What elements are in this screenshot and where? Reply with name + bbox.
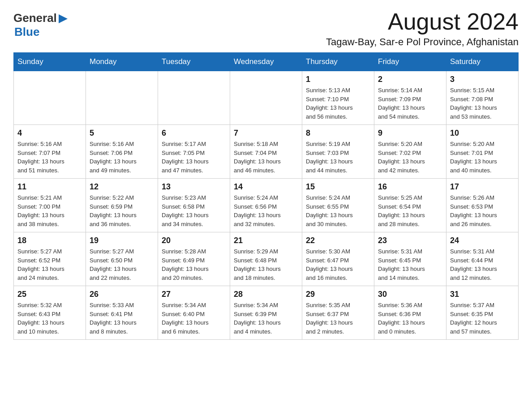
- week-row-4: 18Sunrise: 5:27 AM Sunset: 6:52 PM Dayli…: [14, 232, 519, 286]
- calendar-cell: 20Sunrise: 5:28 AM Sunset: 6:49 PM Dayli…: [158, 232, 230, 286]
- calendar-header-tuesday: Tuesday: [158, 53, 230, 71]
- day-info: Sunrise: 5:17 AM Sunset: 7:05 PM Dayligh…: [162, 140, 226, 175]
- day-number: 30: [378, 290, 442, 299]
- calendar-cell: 12Sunrise: 5:22 AM Sunset: 6:59 PM Dayli…: [86, 179, 158, 232]
- day-info: Sunrise: 5:20 AM Sunset: 7:02 PM Dayligh…: [378, 140, 442, 175]
- calendar-header-row: SundayMondayTuesdayWednesdayThursdayFrid…: [14, 53, 519, 71]
- calendar-cell: 9Sunrise: 5:20 AM Sunset: 7:02 PM Daylig…: [374, 125, 446, 179]
- day-number: 8: [306, 128, 370, 138]
- day-number: 27: [162, 290, 226, 299]
- calendar-cell: 29Sunrise: 5:35 AM Sunset: 6:37 PM Dayli…: [302, 286, 374, 340]
- day-number: 1: [306, 75, 370, 84]
- day-number: 24: [450, 236, 515, 245]
- day-number: 14: [234, 182, 298, 192]
- calendar-cell: 23Sunrise: 5:31 AM Sunset: 6:45 PM Dayli…: [374, 232, 446, 286]
- day-number: 22: [306, 236, 370, 245]
- week-row-3: 11Sunrise: 5:21 AM Sunset: 7:00 PM Dayli…: [14, 179, 519, 232]
- day-number: 12: [90, 182, 154, 192]
- svg-marker-0: [59, 14, 68, 23]
- calendar-cell: 24Sunrise: 5:31 AM Sunset: 6:44 PM Dayli…: [446, 232, 519, 286]
- calendar-cell: 28Sunrise: 5:34 AM Sunset: 6:39 PM Dayli…: [230, 286, 302, 340]
- calendar-cell: 11Sunrise: 5:21 AM Sunset: 7:00 PM Dayli…: [14, 179, 86, 232]
- day-info: Sunrise: 5:13 AM Sunset: 7:10 PM Dayligh…: [306, 86, 370, 121]
- day-number: 2: [378, 75, 442, 84]
- calendar-cell: 27Sunrise: 5:34 AM Sunset: 6:40 PM Dayli…: [158, 286, 230, 340]
- calendar-cell: 22Sunrise: 5:30 AM Sunset: 6:47 PM Dayli…: [302, 232, 374, 286]
- week-row-2: 4Sunrise: 5:16 AM Sunset: 7:07 PM Daylig…: [14, 125, 519, 179]
- day-info: Sunrise: 5:16 AM Sunset: 7:07 PM Dayligh…: [17, 140, 82, 175]
- calendar-cell: 13Sunrise: 5:23 AM Sunset: 6:58 PM Dayli…: [158, 179, 230, 232]
- day-number: 17: [450, 182, 515, 192]
- day-info: Sunrise: 5:30 AM Sunset: 6:47 PM Dayligh…: [306, 247, 370, 282]
- day-info: Sunrise: 5:31 AM Sunset: 6:44 PM Dayligh…: [450, 247, 515, 282]
- location-title: Tagaw-Bay, Sar-e Pol Province, Afghanist…: [326, 36, 519, 48]
- calendar-cell: 31Sunrise: 5:37 AM Sunset: 6:35 PM Dayli…: [446, 286, 519, 340]
- day-info: Sunrise: 5:36 AM Sunset: 6:36 PM Dayligh…: [378, 301, 442, 336]
- day-info: Sunrise: 5:20 AM Sunset: 7:01 PM Dayligh…: [450, 140, 515, 175]
- calendar-cell: 25Sunrise: 5:32 AM Sunset: 6:43 PM Dayli…: [14, 286, 86, 340]
- day-number: 23: [378, 236, 442, 245]
- calendar-cell: 14Sunrise: 5:24 AM Sunset: 6:56 PM Dayli…: [230, 179, 302, 232]
- calendar-cell: 26Sunrise: 5:33 AM Sunset: 6:41 PM Dayli…: [86, 286, 158, 340]
- day-number: 10: [450, 128, 515, 138]
- day-number: 29: [306, 290, 370, 299]
- month-title: August 2024: [326, 9, 519, 34]
- day-number: 26: [90, 290, 154, 299]
- calendar-header-sunday: Sunday: [14, 53, 86, 71]
- day-info: Sunrise: 5:24 AM Sunset: 6:56 PM Dayligh…: [234, 193, 298, 228]
- calendar-cell: [14, 71, 86, 125]
- day-info: Sunrise: 5:19 AM Sunset: 7:03 PM Dayligh…: [306, 140, 370, 175]
- day-info: Sunrise: 5:22 AM Sunset: 6:59 PM Dayligh…: [90, 193, 154, 228]
- day-info: Sunrise: 5:27 AM Sunset: 6:52 PM Dayligh…: [17, 247, 82, 282]
- day-info: Sunrise: 5:35 AM Sunset: 6:37 PM Dayligh…: [306, 301, 370, 336]
- calendar-cell: 10Sunrise: 5:20 AM Sunset: 7:01 PM Dayli…: [446, 125, 519, 179]
- day-number: 15: [306, 182, 370, 192]
- day-number: 19: [90, 236, 154, 245]
- day-info: Sunrise: 5:28 AM Sunset: 6:49 PM Dayligh…: [162, 247, 226, 282]
- calendar-cell: 19Sunrise: 5:27 AM Sunset: 6:50 PM Dayli…: [86, 232, 158, 286]
- day-number: 31: [450, 290, 515, 299]
- day-number: 9: [378, 128, 442, 138]
- day-number: 20: [162, 236, 226, 245]
- calendar-header-thursday: Thursday: [302, 53, 374, 71]
- calendar-cell: 15Sunrise: 5:24 AM Sunset: 6:55 PM Dayli…: [302, 179, 374, 232]
- day-number: 5: [90, 128, 154, 138]
- calendar-cell: 8Sunrise: 5:19 AM Sunset: 7:03 PM Daylig…: [302, 125, 374, 179]
- day-number: 18: [17, 236, 82, 245]
- calendar-cell: 4Sunrise: 5:16 AM Sunset: 7:07 PM Daylig…: [14, 125, 86, 179]
- logo-general-text: General: [13, 11, 57, 25]
- logo: General Blue: [13, 9, 68, 39]
- calendar-cell: 2Sunrise: 5:14 AM Sunset: 7:09 PM Daylig…: [374, 71, 446, 125]
- logo-blue-text: Blue: [14, 25, 39, 39]
- calendar-cell: 3Sunrise: 5:15 AM Sunset: 7:08 PM Daylig…: [446, 71, 519, 125]
- day-info: Sunrise: 5:31 AM Sunset: 6:45 PM Dayligh…: [378, 247, 442, 282]
- day-number: 21: [234, 236, 298, 245]
- title-section: August 2024 Tagaw-Bay, Sar-e Pol Provinc…: [326, 9, 519, 48]
- day-info: Sunrise: 5:29 AM Sunset: 6:48 PM Dayligh…: [234, 247, 298, 282]
- day-info: Sunrise: 5:26 AM Sunset: 6:53 PM Dayligh…: [450, 193, 515, 228]
- day-info: Sunrise: 5:34 AM Sunset: 6:40 PM Dayligh…: [162, 301, 226, 336]
- day-info: Sunrise: 5:34 AM Sunset: 6:39 PM Dayligh…: [234, 301, 298, 336]
- day-info: Sunrise: 5:14 AM Sunset: 7:09 PM Dayligh…: [378, 86, 442, 121]
- day-info: Sunrise: 5:33 AM Sunset: 6:41 PM Dayligh…: [90, 301, 154, 336]
- day-number: 28: [234, 290, 298, 299]
- calendar-cell: 6Sunrise: 5:17 AM Sunset: 7:05 PM Daylig…: [158, 125, 230, 179]
- day-number: 4: [17, 128, 82, 138]
- calendar-header-saturday: Saturday: [446, 53, 519, 71]
- calendar-cell: 17Sunrise: 5:26 AM Sunset: 6:53 PM Dayli…: [446, 179, 519, 232]
- week-row-5: 25Sunrise: 5:32 AM Sunset: 6:43 PM Dayli…: [14, 286, 519, 340]
- calendar-cell: 18Sunrise: 5:27 AM Sunset: 6:52 PM Dayli…: [14, 232, 86, 286]
- day-info: Sunrise: 5:25 AM Sunset: 6:54 PM Dayligh…: [378, 193, 442, 228]
- day-number: 3: [450, 75, 515, 84]
- day-number: 6: [162, 128, 226, 138]
- calendar-cell: 30Sunrise: 5:36 AM Sunset: 6:36 PM Dayli…: [374, 286, 446, 340]
- day-info: Sunrise: 5:15 AM Sunset: 7:08 PM Dayligh…: [450, 86, 515, 121]
- calendar-cell: 16Sunrise: 5:25 AM Sunset: 6:54 PM Dayli…: [374, 179, 446, 232]
- calendar-header-wednesday: Wednesday: [230, 53, 302, 71]
- calendar-cell: 5Sunrise: 5:16 AM Sunset: 7:06 PM Daylig…: [86, 125, 158, 179]
- day-info: Sunrise: 5:18 AM Sunset: 7:04 PM Dayligh…: [234, 140, 298, 175]
- day-number: 7: [234, 128, 298, 138]
- day-number: 11: [17, 182, 82, 192]
- day-info: Sunrise: 5:21 AM Sunset: 7:00 PM Dayligh…: [17, 193, 82, 228]
- day-info: Sunrise: 5:27 AM Sunset: 6:50 PM Dayligh…: [90, 247, 154, 282]
